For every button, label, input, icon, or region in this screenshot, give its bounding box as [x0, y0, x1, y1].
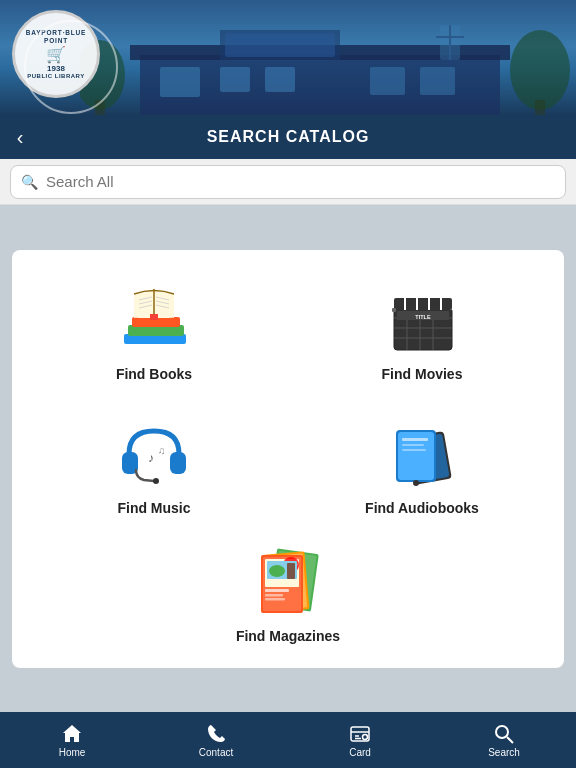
svg-rect-15: [535, 100, 545, 115]
svg-rect-8: [420, 67, 455, 95]
tab-contact-label: Contact: [199, 747, 233, 758]
movies-icon: TITLE: [377, 278, 467, 358]
audiobooks-icon: [377, 412, 467, 492]
main-content: Find Books: [0, 205, 576, 712]
find-audiobooks-item[interactable]: Find Audiobooks: [288, 400, 556, 524]
catalog-grid-wrapper: Find Books: [12, 250, 564, 668]
svg-point-14: [510, 30, 570, 110]
svg-text:TITLE: TITLE: [415, 313, 431, 319]
tab-search-label: Search: [488, 747, 520, 758]
svg-rect-74: [287, 563, 295, 579]
svg-point-55: [413, 480, 419, 486]
find-books-item[interactable]: Find Books: [20, 266, 288, 390]
svg-point-79: [363, 734, 368, 739]
svg-rect-7: [370, 67, 405, 95]
svg-rect-5: [220, 67, 250, 92]
find-books-label: Find Books: [116, 366, 192, 382]
header-banner: BAYPORT·BLUE POINT 🛒 1938 PUBLIC LIBRARY: [0, 0, 576, 115]
find-magazines-item[interactable]: NEW Find Magazines: [228, 528, 348, 652]
svg-rect-41: [406, 298, 416, 310]
svg-rect-57: [402, 444, 424, 446]
building-silhouette: [80, 25, 576, 115]
page-title: SEARCH CATALOG: [0, 128, 576, 146]
svg-rect-58: [402, 449, 426, 451]
tab-contact[interactable]: Contact: [144, 723, 288, 758]
back-button[interactable]: ‹: [0, 115, 40, 159]
svg-rect-6: [265, 67, 295, 92]
card-icon: [349, 723, 371, 745]
search-bar[interactable]: 🔍: [10, 165, 566, 199]
magazines-icon: NEW: [243, 540, 333, 620]
find-movies-item[interactable]: TITLE: [288, 266, 556, 390]
find-movies-label: Find Movies: [382, 366, 463, 382]
svg-rect-26: [150, 314, 158, 320]
books-icon: [109, 278, 199, 358]
svg-rect-56: [402, 438, 428, 441]
search-input[interactable]: [46, 173, 555, 190]
svg-rect-47: [170, 452, 186, 474]
find-music-item[interactable]: ♪ ♫ Find Music: [20, 400, 288, 524]
svg-rect-69: [265, 598, 285, 601]
svg-rect-68: [265, 594, 283, 597]
svg-point-80: [496, 726, 508, 738]
svg-rect-67: [265, 589, 289, 592]
find-music-label: Find Music: [117, 500, 190, 516]
home-icon: [61, 723, 83, 745]
music-icon: ♪ ♫: [109, 412, 199, 492]
catalog-row-magazines: NEW Find Magazines: [20, 528, 556, 652]
svg-rect-44: [442, 298, 452, 310]
svg-rect-45: [392, 308, 396, 312]
search-icon: 🔍: [21, 174, 38, 190]
svg-point-48: [153, 478, 159, 484]
phone-icon: [205, 723, 227, 745]
search-bar-container: 🔍: [0, 159, 576, 205]
svg-line-81: [507, 737, 513, 743]
tab-bar: Home Contact Card Searc: [0, 712, 576, 768]
tab-home[interactable]: Home: [0, 723, 144, 758]
tab-card-label: Card: [349, 747, 371, 758]
svg-rect-42: [418, 298, 428, 310]
svg-text:♪: ♪: [148, 451, 154, 465]
find-magazines-label: Find Magazines: [236, 628, 340, 644]
tab-home-label: Home: [59, 747, 86, 758]
svg-point-73: [269, 565, 285, 577]
svg-rect-43: [430, 298, 440, 310]
svg-text:♫: ♫: [158, 445, 166, 456]
back-arrow-icon: ‹: [17, 126, 24, 149]
catalog-grid: Find Books: [20, 266, 556, 524]
find-audiobooks-label: Find Audiobooks: [365, 500, 479, 516]
svg-rect-3: [225, 33, 335, 57]
library-logo: BAYPORT·BLUE POINT 🛒 1938 PUBLIC LIBRARY: [12, 10, 100, 98]
tab-search[interactable]: Search: [432, 723, 576, 758]
tab-card[interactable]: Card: [288, 723, 432, 758]
svg-rect-4: [160, 67, 200, 97]
nav-bar: ‹ SEARCH CATALOG: [0, 115, 576, 159]
search-tab-icon: [493, 723, 515, 745]
